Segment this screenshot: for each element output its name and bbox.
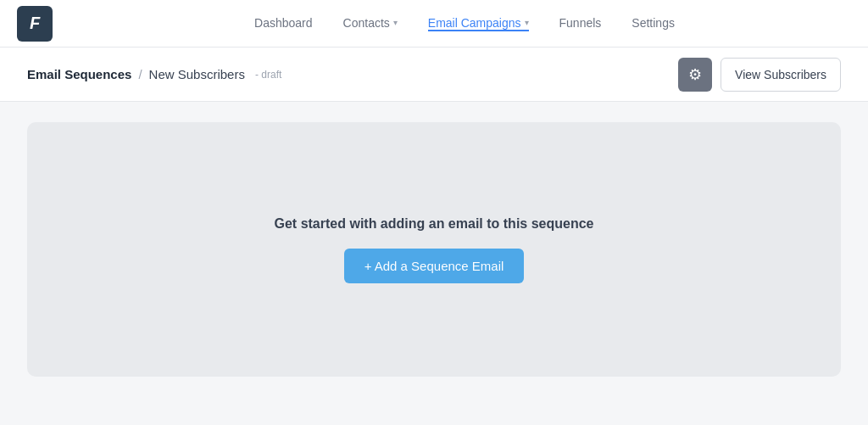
prompt-text: Get started with adding an email to this…: [275, 216, 594, 232]
contacts-chevron-icon: ▾: [393, 18, 398, 27]
nav-bar: F Dashboard Contacts ▾ Email Campaigns ▾…: [0, 0, 868, 48]
nav-contacts[interactable]: Contacts ▾: [343, 16, 398, 31]
nav-links: Dashboard Contacts ▾ Email Campaigns ▾ F…: [78, 16, 851, 31]
nav-email-campaigns[interactable]: Email Campaigns ▾: [428, 16, 529, 31]
view-subscribers-button[interactable]: View Subscribers: [721, 58, 841, 92]
logo-icon: F: [30, 14, 40, 33]
main-content: Get started with adding an email to this…: [0, 102, 868, 425]
breadcrumb-root[interactable]: Email Sequences: [27, 67, 131, 81]
breadcrumb-separator: /: [138, 67, 142, 81]
breadcrumb-current: New Subscribers: [149, 67, 245, 81]
add-sequence-email-button[interactable]: + Add a Sequence Email: [344, 249, 525, 283]
nav-settings[interactable]: Settings: [632, 16, 675, 31]
email-campaigns-chevron-icon: ▾: [525, 18, 529, 27]
nav-funnels[interactable]: Funnels: [559, 16, 602, 31]
logo[interactable]: F: [17, 6, 53, 42]
nav-dashboard[interactable]: Dashboard: [254, 16, 313, 31]
sequence-card-wrapper: Get started with adding an email to this…: [27, 122, 841, 425]
gear-button[interactable]: ⚙: [678, 58, 712, 92]
sub-header: Email Sequences / New Subscribers - draf…: [0, 48, 868, 102]
sequence-card: Get started with adding an email to this…: [27, 122, 841, 377]
sub-header-actions: ⚙ View Subscribers: [678, 58, 841, 92]
breadcrumb: Email Sequences / New Subscribers - draf…: [27, 67, 668, 81]
status-badge: - draft: [255, 69, 281, 81]
